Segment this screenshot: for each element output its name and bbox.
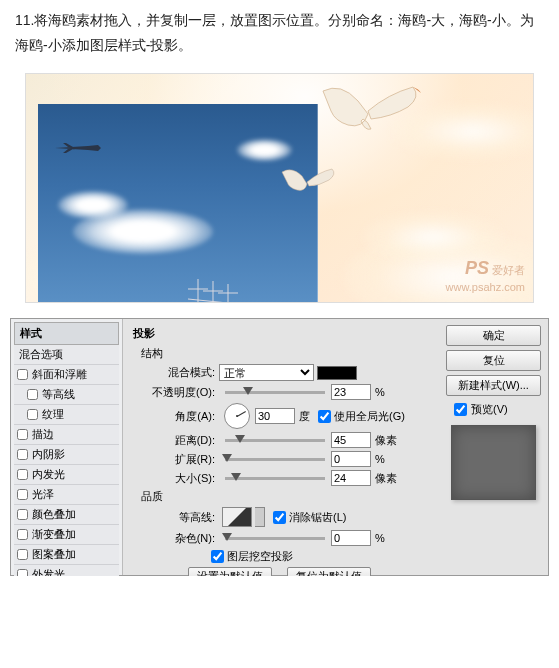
cancel-button[interactable]: 复位	[446, 350, 541, 371]
style-checkbox[interactable]	[17, 569, 28, 576]
style-checkbox[interactable]	[17, 469, 28, 480]
noise-input[interactable]	[331, 530, 371, 546]
airplane	[53, 139, 103, 149]
contour-picker[interactable]	[222, 507, 252, 527]
style-label: 等高线	[42, 387, 75, 402]
style-row[interactable]: 描边	[14, 425, 119, 445]
knockout-check[interactable]	[211, 550, 224, 563]
shadow-color[interactable]	[317, 366, 357, 380]
dialog-buttons: 确定 复位 新建样式(W)... 预览(V)	[440, 319, 548, 575]
style-checkbox[interactable]	[27, 409, 38, 420]
spread-slider[interactable]	[225, 458, 325, 461]
style-label: 颜色叠加	[32, 507, 76, 522]
style-row[interactable]: 等高线	[14, 385, 119, 405]
global-light-check[interactable]	[318, 410, 331, 423]
style-label: 光泽	[32, 487, 54, 502]
watermark-logo: PS	[465, 258, 489, 278]
style-label: 渐变叠加	[32, 527, 76, 542]
style-row[interactable]: 内发光	[14, 465, 119, 485]
style-checkbox[interactable]	[17, 429, 28, 440]
blend-mode-label: 混合模式:	[145, 365, 215, 380]
size-label: 大小(S):	[145, 471, 215, 486]
set-default-button[interactable]: 设置为默认值	[188, 567, 272, 576]
ship-mast	[183, 279, 243, 303]
seagull-small	[277, 164, 342, 202]
size-slider[interactable]	[225, 477, 325, 480]
blend-mode-select[interactable]: 正常	[219, 364, 314, 381]
style-row[interactable]: 纹理	[14, 405, 119, 425]
seagull-large	[313, 79, 428, 144]
opacity-label: 不透明度(O):	[145, 385, 215, 400]
preview-check[interactable]	[454, 403, 467, 416]
distance-slider[interactable]	[225, 439, 325, 442]
panel-title: 投影	[133, 324, 430, 343]
settings-panel: 投影 结构 混合模式: 正常 不透明度(O): % 角度(A): 度 使用全局光…	[123, 319, 440, 575]
step-instruction: 11.将海鸥素材拖入，并复制一层，放置图示位置。分别命名：海鸥-大，海鸥-小。为…	[0, 0, 559, 73]
contour-label: 等高线:	[145, 510, 215, 525]
style-row[interactable]: 斜面和浮雕	[14, 365, 119, 385]
style-label: 图案叠加	[32, 547, 76, 562]
watermark-url: www.psahz.com	[446, 281, 525, 293]
noise-slider[interactable]	[225, 537, 325, 540]
style-row[interactable]: 图案叠加	[14, 545, 119, 565]
distance-input[interactable]	[331, 432, 371, 448]
preview-swatch	[451, 425, 536, 500]
blue-sky-layer	[38, 104, 318, 303]
distance-label: 距离(D):	[145, 433, 215, 448]
style-checkbox[interactable]	[17, 529, 28, 540]
spread-label: 扩展(R):	[145, 452, 215, 467]
structure-label: 结构	[141, 346, 430, 361]
angle-input[interactable]	[255, 408, 295, 424]
angle-dial[interactable]	[224, 403, 250, 429]
style-label: 纹理	[42, 407, 64, 422]
contour-dropdown[interactable]	[255, 507, 265, 527]
spread-input[interactable]	[331, 451, 371, 467]
style-checkbox[interactable]	[27, 389, 38, 400]
watermark: PS 爱好者 www.psahz.com	[446, 257, 525, 295]
reset-default-button[interactable]: 复位为默认值	[287, 567, 371, 576]
styles-header: 样式	[14, 322, 119, 345]
canvas-preview: PS 爱好者 www.psahz.com	[25, 73, 534, 303]
antialias-check[interactable]	[273, 511, 286, 524]
style-checkbox[interactable]	[17, 509, 28, 520]
style-label: 描边	[32, 427, 54, 442]
style-label: 内阴影	[32, 447, 65, 462]
style-row[interactable]: 内阴影	[14, 445, 119, 465]
styles-list: 样式 混合选项 斜面和浮雕等高线纹理描边内阴影内发光光泽颜色叠加渐变叠加图案叠加…	[11, 319, 123, 575]
style-row[interactable]: 渐变叠加	[14, 525, 119, 545]
style-label: 内发光	[32, 467, 65, 482]
style-checkbox[interactable]	[17, 489, 28, 500]
style-row[interactable]: 光泽	[14, 485, 119, 505]
opacity-slider[interactable]	[225, 391, 325, 394]
noise-label: 杂色(N):	[145, 531, 215, 546]
style-checkbox[interactable]	[17, 449, 28, 460]
quality-label: 品质	[141, 489, 430, 504]
layer-style-dialog: 样式 混合选项 斜面和浮雕等高线纹理描边内阴影内发光光泽颜色叠加渐变叠加图案叠加…	[10, 318, 549, 576]
style-row[interactable]: 外发光	[14, 565, 119, 576]
size-input[interactable]	[331, 470, 371, 486]
style-checkbox[interactable]	[17, 369, 28, 380]
blend-options-row[interactable]: 混合选项	[14, 345, 119, 365]
style-label: 斜面和浮雕	[32, 367, 87, 382]
watermark-text: 爱好者	[492, 264, 525, 276]
opacity-input[interactable]	[331, 384, 371, 400]
ok-button[interactable]: 确定	[446, 325, 541, 346]
angle-label: 角度(A):	[145, 409, 215, 424]
style-checkbox[interactable]	[17, 549, 28, 560]
style-label: 外发光	[32, 567, 65, 576]
new-style-button[interactable]: 新建样式(W)...	[446, 375, 541, 396]
style-row[interactable]: 颜色叠加	[14, 505, 119, 525]
